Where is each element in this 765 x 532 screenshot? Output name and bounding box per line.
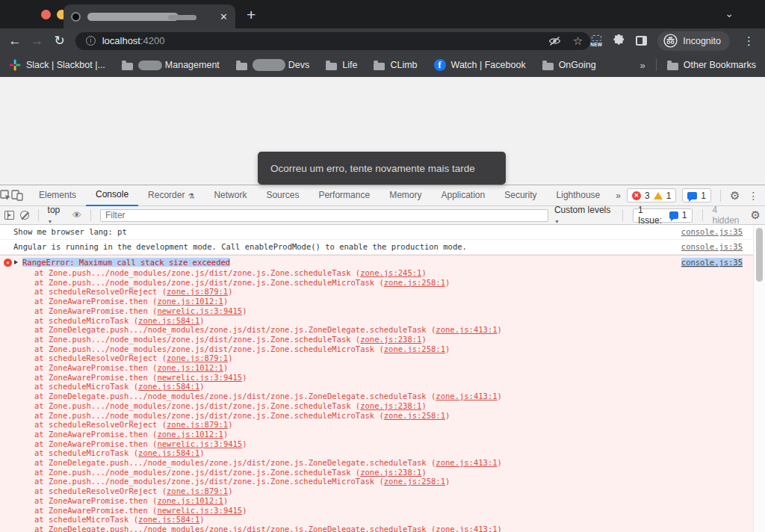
new-tab-button[interactable]: + [247, 6, 255, 24]
stack-file-link[interactable]: zone.js:413:1 [436, 325, 497, 334]
stack-file-link[interactable]: zone.js:584:1 [138, 448, 199, 457]
console-settings-icon[interactable]: ⚙ [751, 208, 761, 222]
bookmark-item[interactable]: Life [326, 60, 357, 70]
custom-levels-dropdown[interactable]: Custom levels ▼ [554, 205, 613, 226]
stack-file-link[interactable]: zone.js:1012:1 [157, 297, 223, 306]
stack-file-link[interactable]: newrelic.js:3:9415 [157, 306, 242, 315]
bookmark-item[interactable]: Devs [236, 59, 309, 71]
devtools-settings-icon[interactable]: ⚙ [730, 189, 740, 202]
stack-file-link[interactable]: zone.js:879:1 [167, 420, 228, 429]
side-panel-icon[interactable] [636, 36, 647, 46]
stack-file-link[interactable]: zone.js:413:1 [436, 525, 497, 532]
extensions-puzzle-icon[interactable] [613, 34, 625, 47]
error-source-link[interactable]: console.js:35 [681, 258, 743, 267]
stack-frame: at ZoneAwarePromise.then (zone.js:1012:1… [34, 297, 765, 306]
incognito-badge[interactable]: Incognito [657, 31, 730, 51]
stack-file-link[interactable]: zone.js:584:1 [138, 382, 199, 391]
devtools-menu-icon[interactable]: ⋮ [746, 190, 761, 202]
console-sidebar-icon[interactable] [4, 211, 14, 220]
stack-frame: at Zone.push.../node_modules/zone.js/dis… [34, 278, 765, 288]
console-toolbar-divider [622, 209, 623, 221]
stack-frame: at Zone.push.../node_modules/zone.js/dis… [34, 477, 765, 486]
hidden-messages-label[interactable]: 4 hidden [712, 205, 743, 226]
bookmark-star-icon[interactable]: ☆ [573, 34, 583, 48]
stack-file-link[interactable]: zone.js:1012:1 [157, 363, 223, 372]
more-panels-icon[interactable]: » [610, 191, 627, 201]
stack-file-link[interactable]: zone.js:238:1 [360, 468, 421, 477]
context-selector[interactable]: top ▼ [48, 205, 66, 226]
devtools-tab-application[interactable]: Application [431, 185, 495, 206]
source-link[interactable]: console.js:35 [681, 242, 743, 252]
console-status-badge[interactable]: ✕ 3 1 [627, 188, 676, 202]
stack-file-link[interactable]: newrelic.js:3:9415 [157, 506, 242, 515]
live-expression-eye-icon[interactable]: 👁 [72, 210, 81, 220]
stack-file-link[interactable]: zone.js:258:1 [384, 477, 445, 486]
tab-close-icon[interactable]: ✕ [220, 12, 228, 22]
device-toolbar-icon[interactable] [11, 186, 23, 205]
stack-file-link[interactable]: zone.js:245:1 [360, 268, 421, 277]
stack-file-link[interactable]: zone.js:238:1 [360, 335, 421, 344]
stack-file-link[interactable]: zone.js:1012:1 [157, 496, 223, 505]
stack-file-link[interactable]: newrelic.js:3:9415 [157, 439, 242, 448]
stack-file-link[interactable]: zone.js:584:1 [138, 515, 199, 524]
stack-file-link[interactable]: zone.js:879:1 [167, 486, 228, 495]
console-filter-input[interactable] [100, 209, 548, 222]
clear-console-icon[interactable] [20, 211, 28, 220]
console-message[interactable]: Angular is running in the development mo… [0, 240, 765, 255]
stack-frame: at ZoneAwarePromise.then (newrelic.js:3:… [34, 373, 765, 383]
new-feature-icon[interactable]: NEW [590, 35, 602, 47]
devtools-tab-sources[interactable]: Sources [256, 185, 309, 206]
inspect-element-icon[interactable] [0, 186, 11, 205]
forward-icon[interactable]: → [26, 34, 49, 49]
browser-tab[interactable]: ✕ [64, 4, 235, 28]
stack-frame: at ZoneAwarePromise.then (zone.js:1012:1… [34, 430, 765, 439]
stack-file-link[interactable]: zone.js:258:1 [384, 344, 445, 353]
stack-file-link[interactable]: zone.js:413:1 [436, 458, 497, 467]
devtools-divider [720, 190, 721, 202]
stack-file-link[interactable]: zone.js:238:1 [360, 401, 421, 410]
stack-file-link[interactable]: zone.js:1012:1 [157, 430, 223, 439]
stack-file-link[interactable]: zone.js:879:1 [167, 353, 228, 362]
close-window-button[interactable] [41, 10, 51, 19]
console-message[interactable]: Show me browser lang: ptconsole.js:35 [0, 225, 765, 240]
console-scrollbar[interactable] [753, 225, 765, 532]
stack-file-link[interactable]: zone.js:413:1 [436, 392, 497, 400]
devtools-tab-network[interactable]: Network [204, 185, 256, 206]
issue-counter-button[interactable]: 1 Issue: 1 [633, 208, 693, 223]
bookmark-item[interactable]: Slack | Slackbot |... [9, 59, 105, 71]
issues-badge[interactable]: 1 [682, 188, 711, 202]
bookmark-item[interactable]: Management [122, 60, 220, 70]
bookmark-item[interactable]: OnGoing [542, 60, 596, 70]
devtools-tab-console[interactable]: Console [86, 185, 138, 206]
browser-toolbar: ← → ↻ i localhost:4200 ☆ NEW [0, 28, 765, 53]
chrome-menu-icon[interactable]: ⋮ [740, 34, 758, 48]
expand-triangle-icon[interactable] [14, 260, 18, 265]
devtools-tab-elements[interactable]: Elements [29, 185, 86, 206]
page-content: Ocorreu um erro, tente novamente mais ta… [0, 77, 765, 185]
stack-file-link[interactable]: zone.js:258:1 [384, 278, 445, 287]
stack-file-link[interactable]: zone.js:879:1 [167, 287, 228, 296]
address-bar[interactable]: i localhost:4200 ☆ [75, 32, 591, 50]
stack-file-link[interactable]: zone.js:584:1 [138, 316, 199, 325]
bookmark-item[interactable]: CLimb [374, 60, 417, 70]
other-bookmarks-button[interactable]: Other Bookmarks [667, 60, 756, 70]
stack-frame: at Zone.push.../node_modules/zone.js/dis… [34, 268, 765, 278]
devtools-tab-performance[interactable]: Performance [309, 185, 380, 206]
password-eye-off-icon[interactable] [548, 36, 561, 46]
stack-file-link[interactable]: newrelic.js:3:9415 [157, 373, 242, 382]
bookmarks-overflow-icon[interactable]: » [640, 60, 645, 71]
devtools-tab-security[interactable]: Security [495, 185, 546, 206]
bookmark-item[interactable]: fWatch | Facebook [434, 59, 526, 71]
devtools-tab-memory[interactable]: Memory [380, 185, 431, 206]
stack-file-link[interactable]: zone.js:258:1 [384, 411, 445, 420]
tab-search-icon[interactable]: ⌄ [725, 7, 734, 19]
source-link[interactable]: console.js:35 [681, 227, 743, 237]
site-info-icon[interactable]: i [86, 36, 96, 46]
console-error-entry[interactable]: ✕ RangeError: Maximum call stack size ex… [0, 255, 765, 532]
stack-frame: at ZoneAwarePromise.then (zone.js:1012:1… [34, 496, 765, 506]
devtools-tab-recorder[interactable]: Recorder⚗ [138, 185, 204, 206]
scrollbar-thumb[interactable] [756, 228, 763, 282]
reload-icon[interactable]: ↻ [49, 33, 71, 49]
back-icon[interactable]: ← [4, 34, 26, 49]
devtools-tab-lighthouse[interactable]: Lighthouse [547, 185, 610, 206]
